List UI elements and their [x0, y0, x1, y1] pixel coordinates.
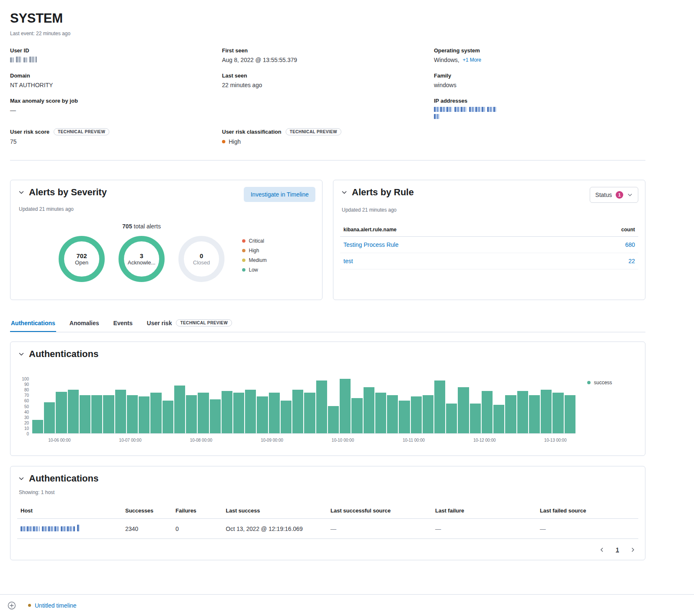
- x-tick-label: 10-09 00:00: [261, 438, 283, 443]
- chart-bar: [552, 393, 563, 434]
- y-tick-label: 70: [24, 393, 29, 398]
- ip-addresses-label: IP addresses: [434, 98, 467, 104]
- investigate-in-timeline-button[interactable]: Investigate in Timeline: [244, 187, 315, 202]
- donut-value: 3: [140, 252, 143, 259]
- rule-count-link[interactable]: 680: [625, 241, 635, 248]
- cell-last-failed-source: —: [537, 519, 638, 539]
- x-tick-label: 10-06 00:00: [48, 438, 70, 443]
- legend-dot: [242, 239, 245, 243]
- field-user-risk-score: User risk score TECHNICAL PREVIEW 75: [10, 128, 222, 145]
- tab-events[interactable]: Events: [113, 316, 134, 332]
- technical-preview-badge: TECHNICAL PREVIEW: [176, 319, 232, 326]
- status-filter-dropdown[interactable]: Status 1: [590, 187, 638, 203]
- y-tick-label: 100: [22, 377, 29, 381]
- add-timeline-icon[interactable]: [7, 601, 16, 610]
- user-risk-classification-label: User risk classification: [222, 129, 281, 135]
- tab-anomalies[interactable]: Anomalies: [69, 316, 100, 332]
- pagination: 1: [17, 546, 638, 553]
- tab-label: Events: [114, 320, 133, 326]
- auth-chart-bars: [32, 379, 575, 433]
- chart-bar: [269, 393, 280, 434]
- tab-authentications[interactable]: Authentications: [10, 316, 56, 332]
- donut-value: 0: [200, 252, 203, 259]
- rule-count-link[interactable]: 22: [628, 258, 635, 264]
- alerts-by-rule-title: Alerts by Rule: [352, 187, 414, 198]
- cell-last-successful-source: —: [327, 519, 432, 539]
- legend-dot: [587, 381, 591, 384]
- alerts-by-rule-panel: Alerts by Rule Status 1 Updated 21 minut…: [333, 180, 645, 300]
- chart-bar: [482, 391, 493, 433]
- user-risk-score-label: User risk score: [10, 129, 49, 135]
- legend-item-high: High: [242, 248, 267, 254]
- auth-table: HostSuccessesFailuresLast successLast su…: [17, 503, 638, 539]
- column-header-successes[interactable]: Successes: [122, 503, 172, 519]
- chart-bar: [150, 393, 161, 434]
- page-title: SYSTEM: [10, 11, 645, 26]
- auth-chart: 0102030405060708090100 success: [17, 379, 638, 434]
- os-more-link[interactable]: +1 More: [463, 57, 481, 63]
- severity-content: 705 total alerts 702Open3Acknowle...0Clo…: [17, 223, 315, 282]
- chart-bar: [139, 396, 150, 433]
- donut-label: Closed: [193, 259, 210, 266]
- rule-name-column-header: kibana.alert.rule.name: [343, 227, 397, 233]
- user-risk-score-value: 75: [10, 138, 17, 145]
- domain-label: Domain: [10, 72, 30, 79]
- max-anomaly-label: Max anomaly score by job: [10, 98, 78, 104]
- previous-page-button[interactable]: [599, 547, 605, 553]
- field-first-seen: First seen Aug 8, 2022 @ 13:55:55.379: [222, 47, 434, 63]
- column-header-last-success[interactable]: Last success: [222, 503, 327, 519]
- status-label: Status: [595, 192, 612, 198]
- untitled-timeline-link[interactable]: Untitled timeline: [28, 602, 77, 609]
- auth-chart-x-axis: 10-06 00:0010-07 00:0010-08 00:0010-09 0…: [32, 434, 575, 447]
- redaction-chunk: [434, 107, 452, 112]
- legend-dot: [242, 249, 245, 252]
- chart-bar: [80, 395, 90, 433]
- user-id-label: User ID: [10, 47, 29, 54]
- total-alerts-value: 705: [122, 223, 132, 230]
- legend-item-medium: Medium: [242, 257, 267, 263]
- field-max-anomaly-score: Max anomaly score by job —: [10, 98, 222, 119]
- chart-bar: [127, 395, 138, 433]
- auth-chart-plot: [32, 379, 575, 434]
- redaction-chunk: [21, 526, 40, 531]
- y-tick-label: 0: [26, 432, 29, 436]
- tab-user-risk[interactable]: User riskTECHNICAL PREVIEW: [146, 315, 233, 332]
- field-last-seen: Last seen 22 minutes ago: [222, 72, 434, 88]
- chart-bar: [505, 395, 516, 433]
- page-number[interactable]: 1: [616, 546, 619, 553]
- redaction-chunk: [42, 526, 59, 531]
- field-user-risk-classification: User risk classification TECHNICAL PREVI…: [222, 128, 434, 145]
- first-seen-label: First seen: [222, 47, 248, 54]
- legend-label: success: [594, 380, 612, 386]
- chart-bar: [517, 391, 528, 433]
- timeline-status-dot: [28, 604, 31, 607]
- column-header-failures[interactable]: Failures: [172, 503, 222, 519]
- column-header-last-failure[interactable]: Last failure: [432, 503, 537, 519]
- column-header-last-failed-source[interactable]: Last failed source: [537, 503, 638, 519]
- field-family: Family windows: [434, 72, 645, 88]
- collapse-chevron-icon[interactable]: [17, 474, 26, 483]
- chart-bar: [493, 405, 504, 433]
- collapse-chevron-icon[interactable]: [340, 188, 348, 197]
- table-row: 23400Oct 13, 2022 @ 12:19:16.069———: [17, 519, 638, 539]
- x-tick-label: 10-10 00:00: [332, 438, 354, 443]
- family-label: Family: [434, 72, 451, 79]
- domain-value: NT AUTHORITY: [10, 82, 53, 88]
- collapse-chevron-icon[interactable]: [17, 188, 26, 197]
- rule-name-link[interactable]: test: [343, 258, 353, 264]
- column-header-last-successful-source[interactable]: Last successful source: [327, 503, 432, 519]
- x-tick-label: 10-12 00:00: [473, 438, 495, 443]
- chart-bar: [44, 402, 55, 433]
- column-header-host[interactable]: Host: [17, 503, 122, 519]
- next-page-button[interactable]: [630, 547, 636, 553]
- page-header: SYSTEM Last event: 22 minutes ago: [10, 11, 645, 36]
- chart-bar: [387, 395, 398, 433]
- field-ip-addresses: IP addresses: [434, 98, 645, 119]
- timeline-bottom-bar: Untitled timeline: [0, 594, 694, 616]
- collapse-chevron-icon[interactable]: [17, 350, 26, 358]
- severity-donuts: 702Open3Acknowle...0Closed: [59, 236, 224, 282]
- rule-name-link[interactable]: Testing Process Rule: [343, 241, 399, 248]
- redaction-chunk: [23, 57, 27, 62]
- rule-row: test22: [340, 253, 638, 269]
- chart-bar: [375, 393, 386, 434]
